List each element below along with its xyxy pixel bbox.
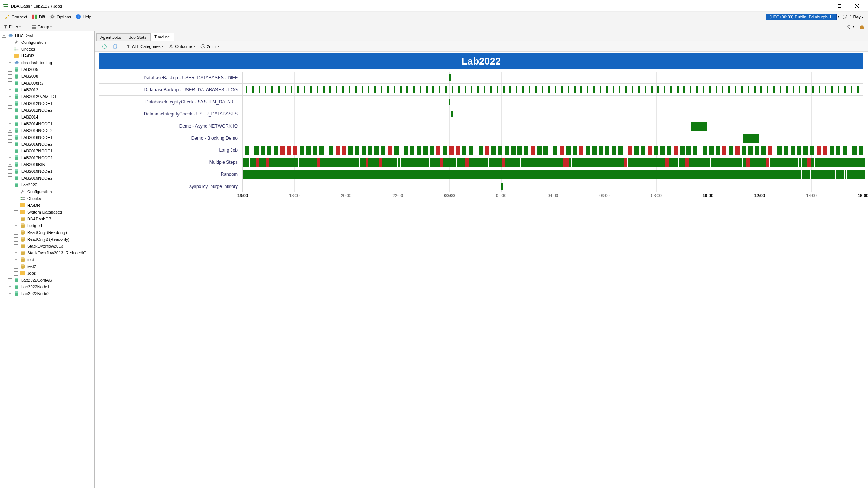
timezone-selector[interactable]: (UTC+00:00) Dublin, Edinburgh, Li [766, 14, 837, 20]
timeline-row-track[interactable] [243, 96, 863, 108]
tree-item[interactable]: +LAB2014NODE1 [0, 120, 94, 127]
tree-item[interactable]: +LAB2012 [0, 86, 94, 93]
tree-item[interactable]: +ReadOnly2 (Readonly) [0, 236, 94, 243]
tree-item[interactable]: +LAB2008 [0, 73, 94, 80]
tree-expander-icon[interactable]: + [8, 156, 12, 160]
tree-item[interactable]: −Lab2022 [0, 182, 94, 188]
tree-item[interactable]: +test [0, 256, 94, 263]
minimize-button[interactable] [813, 0, 831, 12]
tree-item[interactable]: +ReadOnly (Readonly) [0, 229, 94, 236]
nav-back-button[interactable]: ▾ [845, 24, 856, 30]
close-button[interactable] [848, 0, 865, 12]
tree-expander-icon[interactable]: + [8, 292, 12, 296]
timeline-row-track[interactable] [243, 180, 863, 192]
timeline-row-track[interactable] [243, 84, 863, 95]
tree-expander-icon[interactable]: + [8, 74, 12, 79]
tree-item[interactable]: HA/DR [0, 52, 94, 59]
tree-item[interactable]: −DBA Dash [0, 32, 94, 39]
tree-item[interactable]: +LAB2019BIN [0, 161, 94, 168]
tree-expander-icon[interactable]: + [8, 129, 12, 133]
tree-item[interactable]: +StackOverflow2013_ReducedIO [0, 249, 94, 256]
tree-item[interactable]: +LAB2017NODE1 [0, 148, 94, 154]
timeline-row-track[interactable] [243, 168, 863, 180]
tree-item[interactable]: +LAB2019NODE2 [0, 175, 94, 182]
timeline-row-track[interactable] [243, 108, 863, 120]
tab-job-stats[interactable]: Job Stats [125, 33, 151, 41]
tree-expander-icon[interactable]: − [8, 183, 12, 187]
options-button[interactable]: Options [47, 13, 73, 20]
tree-item[interactable]: +Lab2022ContAG [0, 277, 94, 283]
tree-item[interactable]: Configuration [0, 39, 94, 46]
tree-expander-icon[interactable]: + [8, 176, 12, 180]
maximize-button[interactable] [831, 0, 848, 12]
help-button[interactable]: i Help [73, 13, 94, 20]
tree-expander-icon[interactable]: + [14, 251, 18, 255]
tree-expander-icon[interactable]: + [8, 81, 12, 85]
timeline-row-track[interactable] [243, 132, 863, 144]
tree-expander-icon[interactable]: + [8, 102, 12, 106]
tree-expander-icon[interactable]: + [8, 61, 12, 65]
timeline-row-label[interactable]: syspolicy_purge_history [99, 180, 243, 192]
tree-expander-icon[interactable]: + [14, 210, 18, 214]
tree-item[interactable]: +Lab2022Node1 [0, 283, 94, 290]
tree-item[interactable]: +test2 [0, 263, 94, 270]
tree-expander-icon[interactable]: + [14, 244, 18, 248]
diff-button[interactable]: Diff [29, 13, 47, 20]
group-button[interactable]: Group▾ [30, 24, 53, 29]
tree-expander-icon[interactable]: + [8, 149, 12, 153]
tree-expander-icon[interactable]: + [8, 163, 12, 167]
timeline-row-label[interactable]: Demo - Async NETWORK IO [99, 120, 243, 132]
tree-item[interactable]: +LAB2012\NAMED1 [0, 93, 94, 100]
timeline-row-label[interactable]: Demo - Blocking Demo [99, 132, 243, 144]
tree-expander-icon[interactable]: + [14, 231, 18, 235]
connect-button[interactable]: Connect [2, 13, 29, 20]
tree-pane[interactable]: −DBA DashConfigurationChecksHA/DR+dba-da… [0, 31, 95, 488]
tree-item[interactable]: +StackOverflow2013 [0, 243, 94, 249]
tree-expander-icon[interactable]: + [8, 122, 12, 126]
tree-expander-icon[interactable]: + [14, 265, 18, 269]
tree-item[interactable]: +LAB2019NODE1 [0, 168, 94, 175]
tree-item[interactable]: +Ledger1 [0, 222, 94, 229]
categories-filter[interactable]: ALL Categories▾ [125, 43, 165, 49]
tree-item[interactable]: HA/DR [0, 202, 94, 209]
tree-item[interactable]: +LAB2016NODE1 [0, 134, 94, 141]
copy-button[interactable]: ▾ [111, 43, 122, 50]
tree-item[interactable]: +LAB2014NODE2 [0, 127, 94, 134]
timeline-row-label[interactable]: DatabaseIntegrityCheck - SYSTEM_DATAB… [99, 96, 243, 108]
timeline-row-label[interactable]: Multiple Steps [99, 156, 243, 168]
nav-home-button[interactable] [858, 24, 866, 30]
tree-expander-icon[interactable]: + [8, 135, 12, 140]
tree-item[interactable]: +Jobs [0, 270, 94, 277]
timeline-row-track[interactable] [243, 144, 863, 156]
tree-item[interactable]: Configuration [0, 188, 94, 195]
outcome-filter[interactable]: Outcome▾ [167, 43, 197, 49]
tree-expander-icon[interactable]: − [2, 34, 6, 38]
tree-expander-icon[interactable]: + [14, 217, 18, 221]
time-range-selector[interactable]: 1 Day ▾ [848, 14, 866, 20]
tree-item[interactable]: Checks [0, 46, 94, 52]
tree-item[interactable]: +System Databases [0, 209, 94, 216]
timeline-row-track[interactable] [243, 120, 863, 132]
tree-expander-icon[interactable]: + [14, 271, 18, 276]
tree-expander-icon[interactable]: + [8, 142, 12, 146]
tree-item[interactable]: +dba-dash-testing [0, 59, 94, 66]
timeline-row-label[interactable]: Long Job [99, 144, 243, 156]
refresh-button[interactable] [100, 43, 109, 50]
tree-expander-icon[interactable]: + [8, 115, 12, 119]
tree-expander-icon[interactable]: + [8, 68, 12, 72]
timeline-row-label[interactable]: DatabaseIntegrityCheck - USER_DATABASES [99, 108, 243, 120]
tree-item[interactable]: +LAB2014 [0, 114, 94, 120]
tree-item[interactable]: +LAB2008R2 [0, 80, 94, 86]
tree-expander-icon[interactable]: + [14, 224, 18, 228]
tree-item[interactable]: +Lab2022Node2 [0, 290, 94, 297]
tree-expander-icon[interactable]: + [8, 95, 12, 99]
tree-expander-icon[interactable]: + [14, 258, 18, 262]
timeline-row-track[interactable] [243, 156, 863, 168]
tab-timeline[interactable]: Timeline [150, 33, 174, 41]
granularity-selector[interactable]: 2min▾ [199, 43, 220, 49]
timeline-row-label[interactable]: DatabaseBackup - USER_DATABASES - LOG [99, 84, 243, 95]
tree-item[interactable]: +LAB2012NODE1 [0, 100, 94, 107]
tree-expander-icon[interactable]: + [8, 169, 12, 174]
tree-expander-icon[interactable]: + [8, 278, 12, 282]
tree-expander-icon[interactable]: + [8, 285, 12, 289]
